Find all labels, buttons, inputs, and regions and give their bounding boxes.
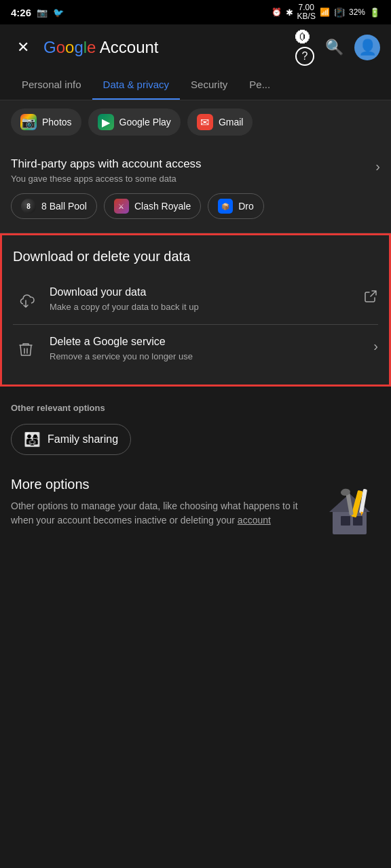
more-options-title: More options: [11, 477, 308, 492]
download-data-title: Download your data: [50, 286, 352, 298]
8ball-pill[interactable]: 8 8 Ball Pool: [11, 193, 97, 219]
more-options-text: More options Other options to manage you…: [11, 477, 308, 528]
8ball-label: 8 Ball Pool: [41, 201, 87, 212]
clash-pill[interactable]: ⚔ Clash Royale: [104, 193, 201, 219]
dropbox-icon: 📦: [218, 199, 233, 214]
tab-privacy[interactable]: Data & privacy: [92, 71, 181, 100]
play-label: Google Play: [119, 117, 171, 127]
gmail-icon: ✉: [197, 114, 213, 130]
third-party-title: Third-party apps with account access: [11, 157, 202, 171]
third-party-row[interactable]: Third-party apps with account access You…: [11, 157, 380, 184]
app-strip: 📷 Photos ▶ Google Play ✉ Gmail: [0, 100, 391, 144]
other-options-title: Other relevant options: [11, 403, 380, 413]
more-options-section: More options Other options to manage you…: [0, 463, 391, 551]
delete-service-chevron: ›: [373, 338, 378, 354]
family-icon: 👨‍👩‍👧: [24, 431, 41, 448]
google-g2: g: [74, 38, 83, 56]
dropbox-pill[interactable]: 📦 Dro: [208, 193, 264, 219]
section-divider: [13, 324, 378, 325]
camera-icon: 📷: [37, 7, 48, 18]
help-button[interactable]: ⓿ ?: [295, 29, 314, 66]
family-sharing-label: Family sharing: [48, 433, 118, 446]
tab-security[interactable]: Security: [180, 71, 238, 100]
google-o1: o: [56, 38, 65, 56]
svg-rect-3: [353, 516, 362, 526]
delete-service-row[interactable]: Delete a Google service Remove a service…: [13, 328, 378, 371]
third-party-text: Third-party apps with account access You…: [11, 157, 202, 184]
other-options-section: Other relevant options 👨‍👩‍👧 Family shar…: [0, 387, 391, 463]
photos-icon: 📷: [20, 114, 37, 130]
download-data-subtitle: Make a copy of your data to back it up: [50, 301, 352, 313]
photos-label: Photos: [42, 117, 72, 127]
account-link[interactable]: account: [238, 515, 271, 526]
clash-icon: ⚔: [114, 199, 129, 214]
signal-icon: 📳: [334, 7, 345, 18]
photos-chip[interactable]: 📷 Photos: [11, 108, 81, 136]
status-time: 4:26: [11, 7, 31, 18]
close-button[interactable]: ✕: [11, 39, 35, 56]
third-party-subtitle: You gave these apps access to some data: [11, 174, 202, 184]
download-delete-section: Download or delete your data Download yo…: [0, 233, 391, 387]
header: ✕ Google Account ⓿ ? 🔍 👤: [0, 24, 391, 71]
clash-label: Clash Royale: [134, 201, 191, 212]
family-sharing-button[interactable]: 👨‍👩‍👧 Family sharing: [11, 424, 131, 455]
download-cloud-icon: [13, 288, 39, 313]
app-pills: 8 8 Ball Pool ⚔ Clash Royale 📦 Dro: [11, 193, 380, 219]
tools-illustration: [319, 477, 380, 538]
delete-service-text: Delete a Google service Remove a service…: [50, 336, 362, 363]
bluetooth-icon: ✱: [286, 7, 293, 18]
wifi-icon: 📶: [320, 7, 330, 17]
speed-indicator: 7.00 KB/S: [297, 3, 316, 21]
third-party-chevron: ›: [375, 159, 380, 174]
alarm-icon: ⏰: [272, 7, 282, 17]
svg-rect-2: [341, 516, 350, 526]
8ball-icon: 8: [21, 199, 36, 214]
header-icons: ⓿ ? 🔍 👤: [295, 29, 380, 66]
status-bar: 4:26 📷 🐦 ⏰ ✱ 7.00 KB/S 📶 📳 32% 🔋: [0, 0, 391, 24]
delete-service-title: Delete a Google service: [50, 336, 362, 348]
download-delete-title: Download or delete your data: [13, 249, 378, 264]
tabs-bar: Personal info Data & privacy Security Pe…: [0, 71, 391, 100]
more-options-description: Other options to manage your data, like …: [11, 499, 308, 528]
tab-more[interactable]: Pe...: [238, 71, 281, 100]
gmail-chip[interactable]: ✉ Gmail: [187, 108, 253, 136]
gmail-label: Gmail: [219, 117, 244, 127]
tab-personal[interactable]: Personal info: [11, 71, 92, 100]
external-link-icon: [363, 289, 378, 307]
play-icon: ▶: [98, 114, 114, 130]
third-party-section: Third-party apps with account access You…: [0, 144, 391, 233]
dropbox-label: Dro: [238, 201, 254, 212]
download-data-text: Download your data Make a copy of your d…: [50, 286, 352, 313]
twitter-icon: 🐦: [53, 7, 64, 18]
page-title: Google Account: [43, 38, 287, 57]
search-button[interactable]: 🔍: [325, 39, 343, 56]
battery-icon: 🔋: [369, 7, 380, 18]
google-e: e: [87, 38, 96, 56]
delete-service-subtitle: Remove a service you no longer use: [50, 351, 362, 363]
google-o2: o: [65, 38, 74, 56]
play-chip[interactable]: ▶ Google Play: [88, 108, 181, 136]
download-data-row[interactable]: Download your data Make a copy of your d…: [13, 278, 378, 321]
google-g: G: [43, 38, 56, 56]
battery-text: 32%: [349, 7, 365, 17]
trash-icon: [13, 337, 39, 363]
avatar[interactable]: 👤: [354, 35, 380, 60]
